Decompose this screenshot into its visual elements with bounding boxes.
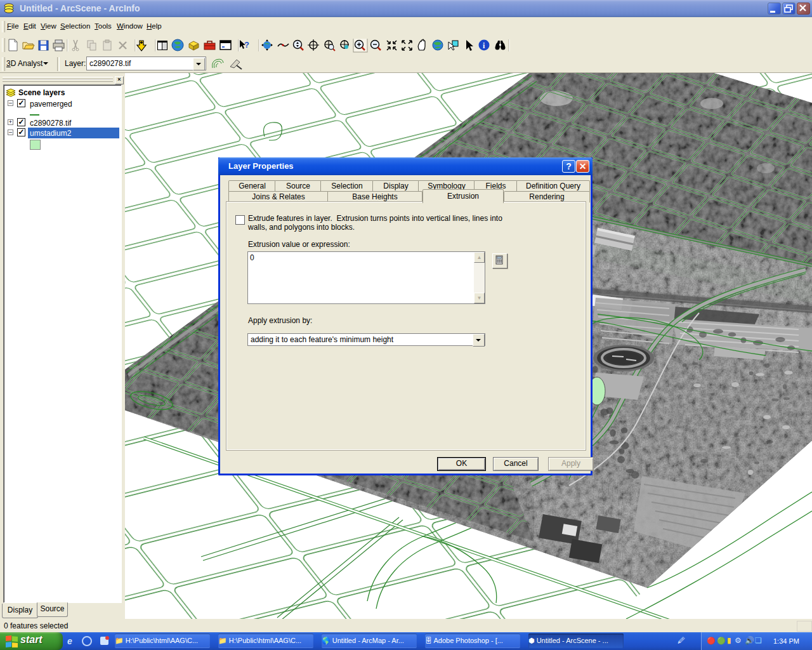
svg-text:?: ? (244, 40, 249, 50)
svg-text:e: e (67, 636, 72, 646)
